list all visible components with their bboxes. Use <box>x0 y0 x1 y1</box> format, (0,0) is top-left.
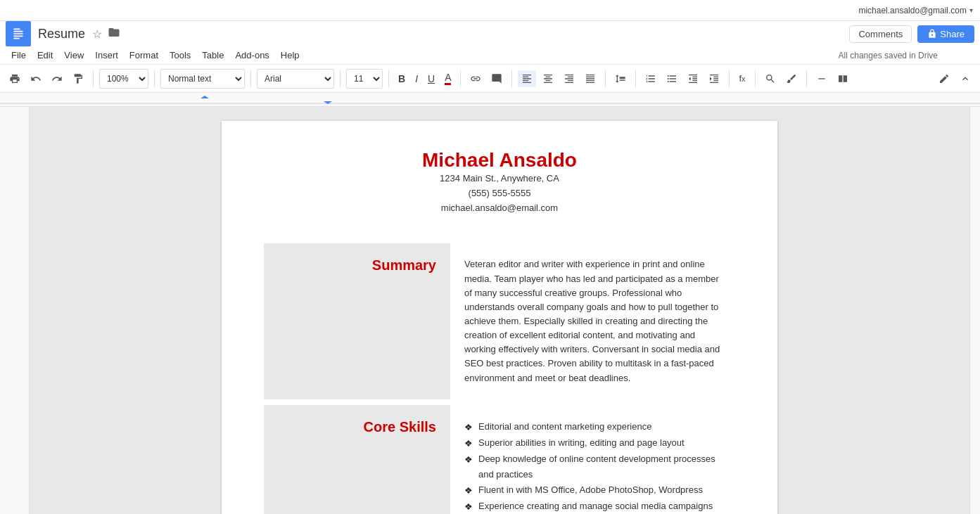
separator-7 <box>511 70 512 87</box>
menu-view[interactable]: View <box>58 49 89 62</box>
folder-icon[interactable] <box>108 26 120 41</box>
document-page: Michael Ansaldo 1234 Main St., Anywhere,… <box>222 121 777 514</box>
menu-file[interactable]: File <box>6 49 32 62</box>
separator-4 <box>340 70 341 87</box>
top-bar: michael.ansaldo@gmail.com ▾ <box>0 0 980 21</box>
skills-label-box: Core Skills <box>264 405 450 514</box>
svg-marker-6 <box>201 96 209 98</box>
skill-item: ❖Experience creating and manage social m… <box>464 499 728 514</box>
size-select[interactable]: 11 10 12 14 18 <box>346 69 383 89</box>
svg-rect-1 <box>13 31 23 32</box>
drawing-button[interactable] <box>935 70 953 87</box>
decrease-indent-button[interactable] <box>684 70 702 87</box>
doc-title[interactable]: Resume <box>38 27 85 41</box>
numbered-list-button[interactable] <box>642 70 660 87</box>
svg-rect-3 <box>13 36 23 37</box>
italic-button[interactable]: I <box>412 70 421 87</box>
bullet-list-button[interactable] <box>663 70 681 87</box>
print-button[interactable] <box>6 70 24 87</box>
menu-bar: File Edit View Insert Format Tools Table… <box>0 46 980 65</box>
candidate-email: michael.ansaldo@email.com <box>264 201 735 216</box>
menu-table[interactable]: Table <box>196 49 229 62</box>
title-bar: Resume ☆ Comments Share <box>0 21 980 46</box>
user-email: michael.ansaldo@gmail.com <box>858 6 967 15</box>
highlight-button[interactable] <box>761 70 779 87</box>
align-left-button[interactable] <box>518 70 536 87</box>
menu-edit[interactable]: Edit <box>32 49 58 62</box>
skill-bullet: ❖ <box>464 452 473 468</box>
line-spacing-button[interactable] <box>611 70 630 87</box>
summary-label-box: Summary <box>264 243 450 399</box>
separator-6 <box>460 70 461 87</box>
title-right: Comments Share <box>849 25 974 43</box>
skill-item: ❖Editorial and content marketing experie… <box>464 419 728 435</box>
increase-indent-button[interactable] <box>705 70 723 87</box>
menu-addons[interactable]: Add-ons <box>229 49 274 62</box>
candidate-address: 1234 Main St., Anywhere, CA <box>264 172 735 186</box>
menu-format[interactable]: Format <box>124 49 164 62</box>
column-button[interactable] <box>834 70 852 87</box>
svg-rect-0 <box>13 29 20 30</box>
pen-color-button[interactable] <box>782 70 801 87</box>
justify-button[interactable] <box>581 70 599 87</box>
comment-button[interactable] <box>488 70 506 87</box>
separator-11 <box>755 70 756 87</box>
skill-item: ❖Superior abilities in writing, editing … <box>464 435 728 451</box>
redo-button[interactable] <box>48 70 66 87</box>
save-status: All changes saved in Drive <box>839 51 938 60</box>
align-center-button[interactable] <box>539 70 557 87</box>
collapse-toolbar-button[interactable] <box>956 70 974 87</box>
align-right-button[interactable] <box>560 70 578 87</box>
paint-format-button[interactable] <box>69 70 87 87</box>
skill-bullet: ❖ <box>464 499 473 514</box>
svg-rect-4 <box>13 38 19 39</box>
skills-section: Core Skills ❖Editorial and content marke… <box>264 405 735 514</box>
svg-rect-2 <box>13 33 23 34</box>
main-area: Michael Ansaldo 1234 Main St., Anywhere,… <box>0 107 980 514</box>
doc-area[interactable]: Michael Ansaldo 1234 Main St., Anywhere,… <box>30 107 969 514</box>
undo-button[interactable] <box>27 70 45 87</box>
link-button[interactable] <box>466 70 485 87</box>
doc-header: Michael Ansaldo 1234 Main St., Anywhere,… <box>264 149 735 215</box>
email-dropdown-icon[interactable]: ▾ <box>969 6 973 14</box>
star-icon[interactable]: ☆ <box>92 27 102 41</box>
separator-12 <box>806 70 807 87</box>
underline-button[interactable]: U <box>424 70 438 87</box>
menu-insert[interactable]: Insert <box>89 49 124 62</box>
horizontal-line-button[interactable] <box>813 70 831 87</box>
skill-bullet: ❖ <box>464 436 473 451</box>
app-icon <box>6 21 31 46</box>
zoom-select[interactable]: 100% 75% 125% 150% <box>99 69 148 89</box>
skill-bullet: ❖ <box>464 483 473 499</box>
share-label: Share <box>940 29 965 39</box>
separator-8 <box>605 70 606 87</box>
skills-label: Core Skills <box>364 419 436 435</box>
summary-content: Veteran editor and writer with experienc… <box>450 243 735 399</box>
menu-help[interactable]: Help <box>275 49 305 62</box>
separator-3 <box>250 70 251 87</box>
separator-2 <box>154 70 155 87</box>
right-sidebar <box>969 107 980 514</box>
font-select[interactable]: Arial Times New Roman Verdana <box>257 69 334 89</box>
toolbar: 100% 75% 125% 150% Normal text Heading 1… <box>0 65 980 93</box>
skills-content: ❖Editorial and content marketing experie… <box>450 405 735 514</box>
summary-label: Summary <box>372 257 436 274</box>
separator-1 <box>93 70 94 87</box>
summary-section: Summary Veteran editor and writer with e… <box>264 243 735 399</box>
skill-item: ❖Deep knowledge of online content develo… <box>464 451 728 482</box>
menu-tools[interactable]: Tools <box>164 49 196 62</box>
formula-button[interactable]: fx <box>735 70 749 86</box>
share-button[interactable]: Share <box>917 25 974 43</box>
ruler <box>0 93 980 107</box>
style-select[interactable]: Normal text Heading 1 Heading 2 Title <box>160 69 245 89</box>
candidate-name: Michael Ansaldo <box>264 149 735 172</box>
candidate-phone: (555) 555-5555 <box>264 186 735 201</box>
separator-5 <box>388 70 389 87</box>
comments-button[interactable]: Comments <box>849 25 912 43</box>
skill-bullet: ❖ <box>464 420 473 435</box>
left-sidebar <box>0 107 30 514</box>
bold-button[interactable]: B <box>395 70 409 87</box>
text-color-button[interactable]: A <box>441 69 454 88</box>
separator-10 <box>729 70 730 87</box>
skill-item: ❖Fluent in with MS Office, Adobe PhotoSh… <box>464 482 728 499</box>
